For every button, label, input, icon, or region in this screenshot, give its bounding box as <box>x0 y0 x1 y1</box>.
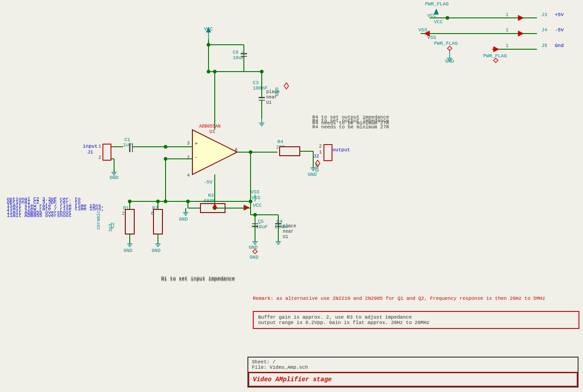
svg-text:U1: U1 <box>266 100 272 105</box>
svg-text:GND: GND <box>123 248 132 253</box>
svg-text:ceramic: ceramic <box>96 211 101 230</box>
svg-rect-143 <box>153 209 162 234</box>
svg-point-63 <box>260 70 264 73</box>
svg-text:GND: GND <box>179 217 188 222</box>
svg-text:U1: U1 <box>283 234 288 239</box>
file-label: File: Video_Amp.sch <box>252 365 574 370</box>
r4-note-line2: R4 needs to be minimum 27R <box>312 124 389 130</box>
optional-line3: limit ADB055 overshoot <box>7 210 72 215</box>
r4-note-line1: R4 to set output impedance <box>312 118 389 124</box>
svg-text:-5V: -5V <box>555 27 564 33</box>
svg-text:100nF: 100nF <box>253 85 268 91</box>
svg-text:R3: R3 <box>208 193 214 198</box>
sheet-label: Sheet: / <box>252 359 574 365</box>
svg-text:2: 2 <box>319 144 322 149</box>
info-box: Buffer gain is approx. 2, use R3 to adju… <box>253 311 579 329</box>
info-line1: Buffer gain is approx. 2, use R3 to adju… <box>258 315 574 320</box>
schematic-title: Video AMplifier stage <box>248 372 578 387</box>
svg-text:680R: 680R <box>204 198 216 204</box>
svg-text:1: 1 <box>319 150 322 155</box>
svg-text:near: near <box>283 229 294 234</box>
svg-point-5 <box>446 16 449 20</box>
remark-text: Remark: as alternative use 2N2219 and 2N… <box>253 296 545 301</box>
svg-point-153 <box>156 200 160 203</box>
svg-text:GND: GND <box>308 172 317 177</box>
svg-text:GND: GND <box>274 87 279 96</box>
svg-text:R4: R4 <box>277 139 284 145</box>
svg-text:VSS: VSS <box>251 195 260 200</box>
svg-rect-107 <box>280 147 300 156</box>
svg-text:place: place <box>283 224 296 229</box>
optional-line2: limit slew rate / rise time 15ns, <box>7 203 104 209</box>
svg-text:1: 1 <box>506 27 509 33</box>
svg-text:C6: C6 <box>233 50 238 55</box>
svg-text:3: 3 <box>187 141 190 146</box>
svg-point-83 <box>213 70 217 73</box>
svg-text:J1: J1 <box>87 149 94 155</box>
svg-text:C1: C1 <box>124 137 131 142</box>
svg-point-128 <box>164 157 167 161</box>
svg-text:VSS: VSS <box>251 189 260 195</box>
svg-point-192 <box>253 213 257 217</box>
svg-text:VCC: VCC <box>253 203 262 208</box>
svg-text:1: 1 <box>506 12 509 17</box>
svg-point-154 <box>128 200 132 203</box>
svg-text:J3: J3 <box>541 12 547 17</box>
svg-text:J5: J5 <box>541 43 547 48</box>
svg-rect-131 <box>125 209 134 234</box>
title-text: Video AMplifier stage <box>253 376 332 383</box>
svg-text:+: + <box>195 141 198 147</box>
svg-text:2: 2 <box>187 155 190 160</box>
svg-text:VCC: VCC <box>434 19 443 25</box>
svg-text:GND: GND <box>249 245 258 250</box>
svg-text:PWR_FLAG: PWR_FLAG <box>483 53 507 59</box>
sheet-info: Sheet: / File: Video_Amp.sch <box>248 358 578 372</box>
svg-point-124 <box>249 150 252 154</box>
svg-text:+5V: +5V <box>555 12 564 17</box>
info-line2: output range is 6.2Vpp. Gain is flat app… <box>258 320 574 325</box>
optional-line1: optional C2 3.3pF cer. to <box>7 196 81 202</box>
svg-text:input: input <box>83 144 98 149</box>
svg-text:Gnd: Gnd <box>555 43 564 48</box>
svg-text:3p3: 3p3 <box>108 224 113 232</box>
svg-text:1uF: 1uF <box>123 142 132 148</box>
svg-text:output: output <box>332 147 350 153</box>
svg-text:4: 4 <box>187 173 190 178</box>
svg-text:1: 1 <box>506 43 509 48</box>
svg-text:1: 1 <box>98 144 101 149</box>
pwr-flag-label-top: PWR_FLAG <box>425 1 449 7</box>
svg-text:2: 2 <box>98 155 101 160</box>
svg-text:GND: GND <box>110 175 119 180</box>
svg-text:ADB055AN: ADB055AN <box>199 124 221 129</box>
svg-point-97 <box>164 145 167 149</box>
svg-text:10uF: 10uF <box>233 55 244 60</box>
svg-text:PWR_FLAG: PWR_FLAG <box>434 41 458 46</box>
svg-text:-5V: -5V <box>204 179 213 185</box>
svg-text:GND: GND <box>152 248 161 253</box>
svg-text:J2: J2 <box>313 153 319 159</box>
svg-point-51 <box>207 43 210 47</box>
svg-text:-: - <box>195 154 198 161</box>
r1-impedance-note: R1 to set input impedance <box>161 277 235 282</box>
svg-text:GND: GND <box>250 255 259 260</box>
svg-text:C3: C3 <box>253 80 259 85</box>
svg-text:VSS: VSS <box>418 27 427 33</box>
svg-text:+: + <box>259 222 261 226</box>
svg-text:J4: J4 <box>541 27 548 33</box>
title-block: Sheet: / File: Video_Amp.sch Video AMpli… <box>247 357 579 388</box>
